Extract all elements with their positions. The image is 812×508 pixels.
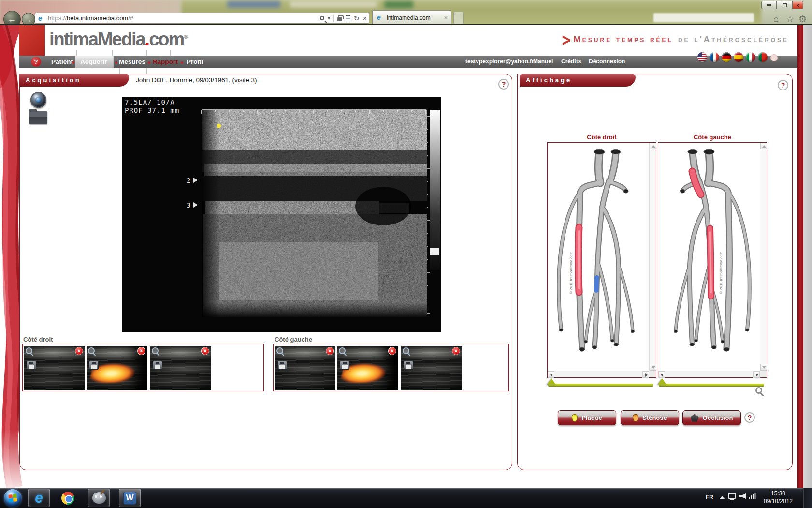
chevron-down-icon[interactable]: ▾ bbox=[328, 15, 330, 21]
nav-item-mesures[interactable]: Mesures bbox=[119, 58, 145, 65]
address-bar[interactable]: e https://beta.intimamedia.com/# ▾ ↻ × bbox=[35, 13, 369, 24]
save-icon[interactable] bbox=[27, 361, 36, 370]
flag-fr[interactable] bbox=[710, 52, 719, 62]
home-icon[interactable]: ⌂ bbox=[773, 14, 779, 24]
scroll-right-button[interactable] bbox=[753, 371, 760, 378]
clock-time: 15:30 bbox=[761, 490, 796, 497]
save-icon[interactable] bbox=[153, 361, 162, 370]
acquisition-help-button[interactable]: ? bbox=[498, 79, 509, 90]
browser-tab[interactable]: e intimamedia.com × bbox=[372, 10, 451, 25]
divider bbox=[170, 50, 171, 56]
taskbar-chrome-button[interactable] bbox=[57, 489, 79, 507]
taskbar-gimp-button[interactable] bbox=[88, 489, 110, 507]
close-icon: × bbox=[796, 2, 799, 8]
scroll-left-button[interactable] bbox=[548, 371, 554, 378]
scroll-down-button[interactable] bbox=[760, 364, 767, 371]
logo-main: intimaMedia bbox=[49, 29, 145, 49]
thumbnail[interactable]: × bbox=[24, 346, 85, 390]
magnifier-icon[interactable] bbox=[26, 347, 32, 354]
credits-link[interactable]: Crédits bbox=[561, 58, 581, 65]
gear-icon[interactable]: ⚙ bbox=[798, 14, 807, 25]
thumbnail[interactable]: × bbox=[87, 346, 147, 390]
taskbar-clock[interactable]: 15:30 09/10/2012 bbox=[761, 490, 796, 505]
save-icon[interactable] bbox=[89, 361, 99, 370]
thumbnail[interactable]: × bbox=[401, 346, 462, 390]
thumbnail[interactable]: × bbox=[150, 346, 211, 390]
nav-item-rapport[interactable]: Rapport bbox=[153, 58, 178, 65]
zoom-magnifier-icon[interactable] bbox=[755, 387, 762, 394]
vertical-scrollbar[interactable] bbox=[649, 143, 656, 371]
affichage-help-button[interactable]: ? bbox=[778, 80, 788, 90]
legend-help-button[interactable]: ? bbox=[744, 412, 755, 423]
thumbnail[interactable]: × bbox=[275, 346, 335, 390]
magnifier-icon[interactable] bbox=[339, 347, 346, 354]
thumbnail[interactable]: × bbox=[337, 346, 398, 390]
delete-button[interactable]: × bbox=[201, 347, 209, 355]
scroll-right-button[interactable] bbox=[642, 371, 649, 378]
flag-it[interactable] bbox=[746, 52, 755, 62]
slider-handle[interactable] bbox=[547, 378, 556, 385]
manual-link[interactable]: Manuel bbox=[533, 58, 553, 65]
close-window-button[interactable]: × bbox=[792, 1, 803, 9]
favorites-star-icon[interactable]: ☆ bbox=[786, 14, 794, 25]
tab-close-icon[interactable]: × bbox=[444, 14, 448, 21]
network-icon[interactable] bbox=[749, 493, 756, 499]
flag-es[interactable] bbox=[734, 52, 743, 62]
divider bbox=[146, 50, 147, 56]
scroll-up-button[interactable] bbox=[760, 143, 767, 149]
camera-icon[interactable] bbox=[30, 92, 46, 108]
logout-link[interactable]: Déconnexion bbox=[589, 58, 625, 65]
user-email: testvpexplorer@yahoo.fr bbox=[465, 58, 534, 65]
nav-help-button[interactable]: ? bbox=[31, 57, 41, 67]
delete-button[interactable]: × bbox=[75, 347, 83, 355]
save-icon[interactable] bbox=[404, 361, 413, 370]
language-indicator[interactable]: FR bbox=[706, 494, 713, 501]
minimize-button[interactable] bbox=[761, 1, 777, 9]
legend-stenose-button[interactable]: Sténose bbox=[621, 410, 679, 425]
nav-item-patient[interactable]: Patient bbox=[51, 58, 73, 65]
display-icon[interactable] bbox=[728, 493, 736, 499]
nav-item-acquerir[interactable]: Acquérir bbox=[80, 58, 107, 65]
taskbar-word-button[interactable]: W bbox=[119, 489, 141, 507]
nav-item-profil[interactable]: Profil bbox=[187, 58, 203, 65]
flag-de[interactable] bbox=[722, 52, 731, 62]
folder-icon[interactable] bbox=[29, 111, 47, 124]
horizontal-scrollbar[interactable] bbox=[658, 371, 760, 377]
flag-pt[interactable] bbox=[758, 52, 768, 62]
delete-button[interactable]: × bbox=[326, 347, 334, 355]
refresh-button[interactable]: ↻ bbox=[354, 15, 360, 22]
delete-button[interactable]: × bbox=[452, 347, 460, 355]
magnifier-icon[interactable] bbox=[152, 347, 159, 354]
slider-handle[interactable] bbox=[658, 378, 667, 385]
legend-occlusion-button[interactable]: Occlusion bbox=[682, 410, 741, 425]
back-button[interactable]: ← bbox=[3, 11, 21, 25]
compatibility-view-icon[interactable] bbox=[346, 15, 350, 21]
legend-plaque-button[interactable]: Plaque bbox=[558, 410, 616, 425]
show-desktop-button[interactable] bbox=[803, 488, 812, 508]
delete-button[interactable]: × bbox=[137, 347, 145, 355]
url-domain: beta.intimamedia.com bbox=[67, 15, 128, 22]
start-button[interactable] bbox=[4, 489, 22, 507]
horizontal-scrollbar[interactable] bbox=[548, 371, 649, 377]
magnifier-icon[interactable] bbox=[276, 347, 283, 354]
tray-expand-icon[interactable] bbox=[720, 496, 725, 499]
save-icon[interactable] bbox=[340, 361, 349, 370]
scroll-down-button[interactable] bbox=[650, 364, 656, 371]
magnifier-icon[interactable] bbox=[88, 347, 95, 354]
blue-segment[interactable] bbox=[596, 278, 597, 290]
stop-button[interactable]: × bbox=[363, 15, 367, 22]
zoom-slider-right[interactable] bbox=[548, 384, 653, 386]
search-icon[interactable] bbox=[320, 16, 324, 20]
taskbar-ie-button[interactable]: e bbox=[28, 489, 50, 507]
new-tab-button[interactable] bbox=[453, 12, 464, 24]
flag-us[interactable] bbox=[697, 52, 707, 62]
save-icon[interactable] bbox=[277, 361, 287, 370]
scroll-up-button[interactable] bbox=[650, 143, 656, 149]
restore-button[interactable] bbox=[777, 1, 792, 9]
zoom-slider-left[interactable] bbox=[659, 384, 764, 386]
delete-button[interactable]: × bbox=[388, 347, 396, 355]
scroll-left-button[interactable] bbox=[658, 371, 665, 378]
magnifier-icon[interactable] bbox=[403, 347, 409, 354]
forward-button[interactable]: → bbox=[22, 13, 35, 25]
vertical-scrollbar[interactable] bbox=[760, 143, 767, 371]
